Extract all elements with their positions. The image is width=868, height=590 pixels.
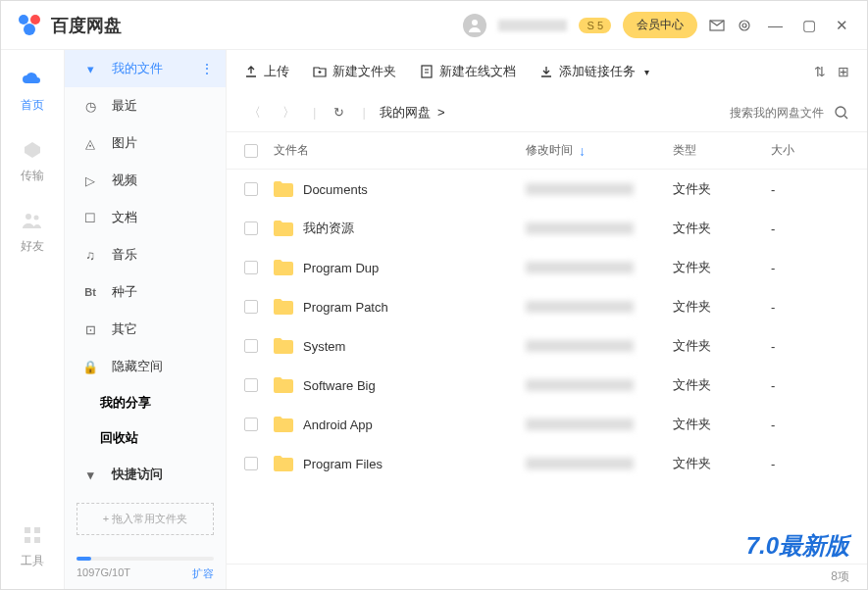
sidebar-images[interactable]: ◬图片: [65, 124, 226, 162]
folder-icon: [274, 299, 293, 315]
file-size: -: [771, 261, 849, 275]
new-folder-button[interactable]: 新建文件夹: [313, 63, 396, 80]
svg-point-2: [24, 24, 35, 35]
nav-back-button[interactable]: 〈: [244, 104, 265, 122]
file-row[interactable]: Program Dup文件夹-: [227, 248, 867, 287]
upload-icon: [244, 65, 258, 78]
member-center-button[interactable]: 会员中心: [623, 12, 697, 38]
folder-icon: [274, 221, 293, 236]
expand-storage-link[interactable]: 扩容: [192, 566, 214, 581]
nav-refresh-button[interactable]: ↻: [330, 105, 348, 120]
sidebar-quick-access[interactable]: ▾快捷访问: [65, 456, 226, 493]
other-icon: ⊡: [82, 321, 98, 337]
maximize-button[interactable]: ▢: [798, 17, 820, 34]
col-type-header[interactable]: 类型: [673, 142, 771, 159]
sidebar-my-share[interactable]: 我的分享: [65, 385, 226, 420]
file-row[interactable]: Program Patch文件夹-: [227, 287, 867, 326]
file-size: -: [771, 378, 849, 393]
file-row[interactable]: System文件夹-: [227, 326, 867, 366]
file-size: -: [771, 300, 849, 315]
video-icon: ▷: [82, 172, 98, 188]
sidebar-recycle[interactable]: 回收站: [65, 420, 226, 456]
file-type: 文件夹: [673, 416, 771, 433]
svg-rect-10: [25, 527, 30, 533]
sort-arrow-icon: ↓: [579, 143, 586, 159]
sidebar-other[interactable]: ⊡其它: [65, 311, 226, 348]
file-type: 文件夹: [673, 180, 771, 198]
toolbar: 上传 新建文件夹 新建在线文档 添加链接任务▾ ⇅ ⊞: [227, 50, 867, 93]
svg-point-3: [472, 20, 478, 25]
row-checkbox[interactable]: [244, 418, 258, 431]
nav-friends[interactable]: 好友: [21, 209, 44, 255]
row-checkbox[interactable]: [244, 378, 258, 392]
file-date-blurred: [526, 379, 634, 391]
download-icon: [539, 65, 553, 78]
file-type: 文件夹: [673, 259, 771, 276]
storage-text: 1097G/10T: [77, 566, 130, 581]
search-icon[interactable]: [834, 105, 849, 121]
file-type: 文件夹: [673, 298, 771, 316]
folder-icon: [274, 181, 293, 197]
file-date-blurred: [526, 301, 634, 313]
grid-view-icon[interactable]: ⊞: [838, 64, 849, 79]
avatar[interactable]: [463, 14, 486, 37]
col-size-header[interactable]: 大小: [771, 142, 849, 159]
file-name: Program Files: [303, 457, 383, 471]
sort-view-icon[interactable]: ⇅: [814, 64, 826, 79]
file-row[interactable]: 我的资源文件夹-: [227, 209, 867, 248]
clock-icon: ◷: [82, 98, 98, 114]
col-time-header[interactable]: 修改时间↓: [526, 142, 673, 159]
file-name: Documents: [303, 182, 368, 197]
row-checkbox[interactable]: [244, 221, 258, 235]
file-size: -: [771, 221, 849, 236]
file-type: 文件夹: [673, 455, 771, 472]
sidebar-bt[interactable]: Bt种子: [65, 273, 226, 311]
caret-down-icon: ▾: [82, 61, 98, 76]
file-row[interactable]: Documents文件夹-: [227, 170, 867, 209]
row-checkbox[interactable]: [244, 261, 258, 274]
svg-rect-13: [34, 537, 40, 543]
file-row[interactable]: Android App文件夹-: [227, 405, 867, 444]
sidebar-my-files[interactable]: ▾ 我的文件 ⋮: [65, 50, 226, 87]
new-online-doc-button[interactable]: 新建在线文档: [420, 63, 516, 80]
sidebar-recent[interactable]: ◷最近: [65, 87, 226, 124]
vip-badge[interactable]: S 5: [579, 18, 611, 33]
nav-forward-button[interactable]: 〉: [279, 104, 299, 122]
sidebar-hidden[interactable]: 🔒隐藏空间: [65, 348, 226, 385]
breadcrumb[interactable]: 我的网盘 >: [380, 104, 445, 122]
settings-icon[interactable]: [737, 18, 752, 33]
quick-drop-zone[interactable]: + 拖入常用文件夹: [77, 503, 214, 535]
new-doc-icon: [420, 65, 434, 78]
row-checkbox[interactable]: [244, 300, 258, 314]
nav-tools[interactable]: 工具: [21, 523, 44, 569]
storage-progress: [77, 557, 214, 561]
file-row[interactable]: Software Big文件夹-: [227, 366, 867, 405]
add-link-task-button[interactable]: 添加链接任务▾: [539, 63, 649, 80]
content-area: 上传 新建文件夹 新建在线文档 添加链接任务▾ ⇅ ⊞ 〈 〉 | ↻ | 我的…: [227, 50, 867, 589]
nav-transfer[interactable]: 传输: [21, 138, 44, 184]
row-checkbox[interactable]: [244, 457, 258, 470]
col-name-header[interactable]: 文件名: [274, 142, 526, 159]
row-checkbox[interactable]: [244, 339, 258, 353]
document-icon: ☐: [82, 210, 98, 225]
sidebar-videos[interactable]: ▷视频: [65, 162, 226, 199]
mail-icon[interactable]: [709, 18, 725, 33]
row-checkbox[interactable]: [244, 182, 258, 196]
select-all-checkbox[interactable]: [244, 144, 258, 158]
upload-button[interactable]: 上传: [244, 63, 289, 80]
svg-point-15: [836, 107, 845, 117]
file-row[interactable]: Program Files文件夹-: [227, 444, 867, 483]
more-icon[interactable]: ⋮: [200, 61, 214, 76]
sidebar-music[interactable]: ♫音乐: [65, 236, 226, 273]
username-blurred: [498, 20, 567, 31]
minimize-button[interactable]: —: [764, 17, 787, 33]
folder-icon: [274, 260, 293, 275]
sidebar-docs[interactable]: ☐文档: [65, 199, 226, 236]
svg-marker-7: [25, 142, 40, 158]
svg-point-9: [34, 216, 39, 221]
close-button[interactable]: ✕: [832, 17, 852, 34]
search-input[interactable]: [706, 106, 824, 120]
sidebar: ▾ 我的文件 ⋮ ◷最近 ◬图片 ▷视频 ☐文档 ♫音乐 Bt种子 ⊡其它 🔒隐…: [65, 50, 227, 589]
caret-down-icon: ▾: [82, 467, 98, 482]
nav-home[interactable]: 首页: [21, 68, 44, 114]
